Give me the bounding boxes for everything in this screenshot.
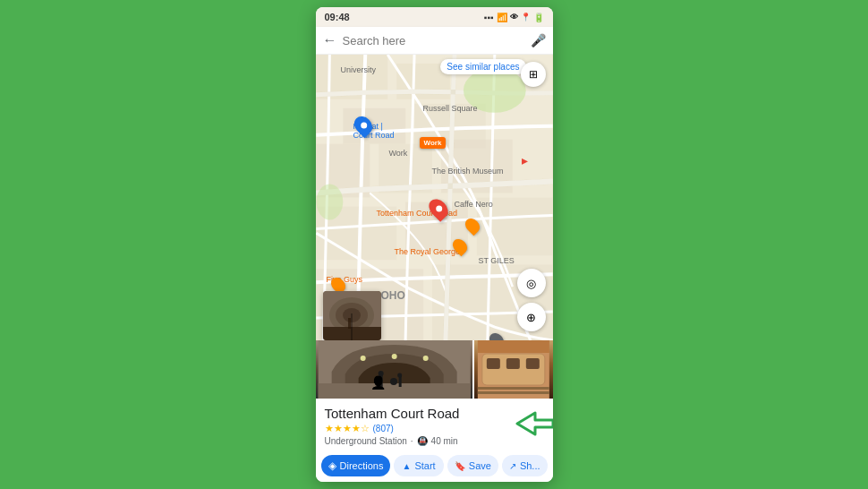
phone-frame: 09:48 ▪▪▪ 📶 👁 📍 🔋 ← 🎤 <box>316 7 553 482</box>
back-button[interactable]: ← <box>323 32 337 48</box>
svg-rect-38 <box>478 340 549 353</box>
location-icon: 📍 <box>521 13 531 21</box>
directions-label: Directions <box>340 460 384 471</box>
svg-rect-22 <box>318 383 470 399</box>
photo-tunnel-1[interactable] <box>316 340 472 399</box>
marker-tottenham[interactable] <box>430 198 447 219</box>
cursor-icon: ▸ <box>522 153 528 167</box>
transit-icon: 🚇 <box>417 436 428 446</box>
svg-rect-20 <box>348 318 351 329</box>
svg-rect-34 <box>506 358 520 369</box>
svg-rect-19 <box>323 327 381 340</box>
map-area[interactable]: See similar places University Russell Sq… <box>316 55 553 340</box>
marker-orange-1[interactable] <box>466 218 479 234</box>
svg-rect-35 <box>526 358 540 369</box>
share-button[interactable]: ↗ Sh... <box>502 455 548 476</box>
place-rating-count: (807) <box>373 424 394 433</box>
target-icon: ⊕ <box>526 311 536 324</box>
layers-icon: ⊞ <box>529 68 538 81</box>
svg-point-13 <box>463 68 525 113</box>
marker-habitat[interactable] <box>355 116 371 135</box>
marker-orange-2[interactable] <box>454 238 466 254</box>
street-view-thumbnail[interactable] <box>323 291 381 340</box>
place-type: Underground Station <box>325 436 407 446</box>
marker-london[interactable] <box>490 332 503 340</box>
place-card: Tottenham Court Road ★★★★☆ (807) Undergr… <box>316 399 553 451</box>
svg-point-29 <box>422 356 428 361</box>
meta-separator: · <box>411 436 413 446</box>
svg-point-27 <box>360 356 365 361</box>
status-bar: 09:48 ▪▪▪ 📶 👁 📍 🔋 <box>316 7 553 27</box>
location-button[interactable]: ⊕ <box>517 303 546 331</box>
compass-button[interactable]: ◎ <box>517 269 546 297</box>
svg-rect-36 <box>478 387 549 390</box>
svg-point-17 <box>336 303 368 328</box>
start-icon: ▲ <box>403 461 412 471</box>
signal-icon: ▪▪▪ <box>484 13 494 22</box>
svg-point-24 <box>378 371 383 376</box>
share-icon: ↗ <box>509 461 516 471</box>
layers-button[interactable]: ⊞ <box>521 62 546 87</box>
svg-rect-37 <box>478 391 549 394</box>
svg-point-18 <box>343 308 361 322</box>
see-similar-link[interactable]: See similar places <box>440 59 525 74</box>
compass-icon: ◎ <box>526 277 536 290</box>
battery-icon: 🔋 <box>533 13 544 22</box>
svg-rect-25 <box>398 376 401 387</box>
search-input[interactable] <box>343 34 525 47</box>
wifi-icon: 📶 <box>497 13 507 22</box>
photo-tunnel-2[interactable] <box>474 340 553 399</box>
directions-button[interactable]: ◈ Directions <box>321 455 391 476</box>
photo-strip <box>316 340 553 399</box>
arrow-annotation <box>508 409 553 442</box>
save-button[interactable]: 🔖 Save <box>447 455 498 476</box>
place-stars: ★★★★☆ <box>325 423 370 434</box>
travel-time: 40 min <box>431 436 458 446</box>
mic-icon[interactable]: 🎤 <box>531 33 546 47</box>
search-bar: ← 🎤 <box>316 27 553 55</box>
start-button[interactable]: ▲ Start <box>394 455 443 476</box>
status-icons: ▪▪▪ 📶 👁 📍 🔋 <box>484 13 544 22</box>
eye-icon: 👁 <box>510 13 518 21</box>
save-icon: 🔖 <box>455 461 465 471</box>
action-buttons: ◈ Directions ▲ Start 🔖 Save ↗ Sh... <box>316 451 553 482</box>
svg-rect-3 <box>343 108 405 144</box>
start-label: Start <box>414 460 435 471</box>
save-label: Save <box>469 460 491 471</box>
svg-rect-23 <box>379 374 382 388</box>
svg-point-14 <box>316 184 343 220</box>
svg-marker-39 <box>517 413 553 434</box>
bottom-panel: Tottenham Court Road ★★★★☆ (807) Undergr… <box>316 340 553 482</box>
directions-icon: ◈ <box>328 459 336 472</box>
share-label: Sh... <box>520 460 540 471</box>
status-time: 09:48 <box>325 12 350 22</box>
svg-rect-33 <box>487 358 500 369</box>
svg-point-26 <box>397 373 402 378</box>
marker-work[interactable]: Work <box>420 137 447 149</box>
svg-point-28 <box>391 354 396 359</box>
